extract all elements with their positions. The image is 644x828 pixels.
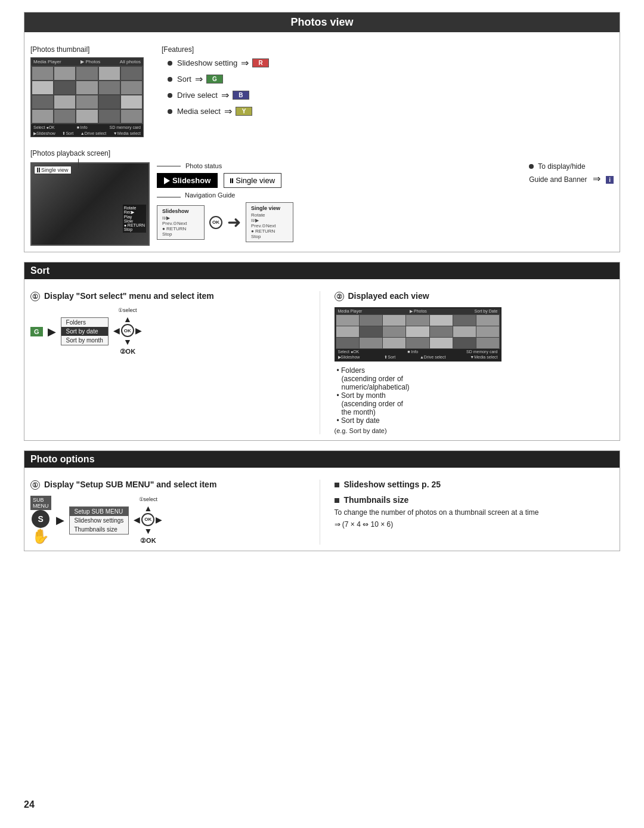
dpad-container: ①select ▲ ◀ OK ▶ ▼ ②OK	[134, 496, 162, 545]
sort-section: Sort ① Display "Sort select" menu and se…	[24, 262, 620, 441]
thumb-cell	[54, 81, 75, 94]
sort-menu-date: Sort by date	[61, 327, 108, 336]
bullet-icon	[168, 77, 172, 82]
thumb-grid	[31, 66, 143, 124]
feature-drive-text: Drive select	[177, 91, 218, 100]
sort-example-label: (e.g. Sort by date)	[335, 427, 614, 434]
circled-2: ②	[335, 292, 344, 301]
bullet-icon	[529, 164, 534, 169]
ok-label: ②OK	[140, 537, 156, 545]
circled-1: ①	[30, 292, 40, 301]
thumb-cell	[99, 67, 120, 80]
slideshow-settings-ref: p. 25	[422, 480, 441, 489]
thumb-cell	[54, 95, 75, 109]
single-view-badge: Single view	[34, 166, 72, 174]
playback-section: [Photos playback screen] Single view Rot…	[24, 143, 620, 252]
arrow-icon: ⇒	[195, 73, 203, 85]
thumb-cell	[54, 110, 75, 123]
playback-screen: Single view Rotate Rec▶ Play Slow ● RETU…	[30, 162, 150, 246]
play-icon	[164, 177, 170, 184]
photo-options-content: ① Display "Setup SUB MENU" and select it…	[24, 474, 620, 551]
sort-menu-folders: Folders	[61, 318, 108, 327]
slideshow-settings-title: Slideshow settings p. 25	[335, 480, 614, 489]
thumb-cell	[76, 95, 97, 109]
thumb-header: Media Player ▶ Photos All photos	[31, 58, 143, 66]
setup-menu: Setup SUB MENU Slideshow settings Thumbn…	[69, 506, 129, 535]
right-arrow: ▶	[135, 326, 142, 335]
ok-circle: OK	[141, 513, 154, 526]
thumb-cell	[121, 95, 142, 109]
thumb-cell	[76, 67, 97, 80]
right-arrow-icon: ➜	[227, 212, 241, 232]
sort-step1-title: ① Display "Sort select" menu and select …	[30, 291, 310, 301]
options-step1-title: ① Display "Setup SUB MENU" and select it…	[30, 480, 310, 490]
each-view-container: Media Player ▶ Photos Sort by Date	[335, 307, 614, 362]
thumb-cell	[99, 110, 120, 123]
select-label: ①select	[118, 307, 137, 313]
thumb-cell	[121, 67, 142, 80]
slideshow-button[interactable]: Slideshow	[157, 173, 218, 188]
photos-view-content: [Photos thumbnail] Media Player ▶ Photos…	[24, 39, 620, 143]
note-sort-month: • Sort by month	[337, 391, 614, 400]
thumb-cell	[121, 81, 142, 94]
features-label: [Features]	[162, 45, 614, 54]
nav-slideshow-title: Slideshow	[162, 208, 199, 214]
single-view-button[interactable]: Single view	[224, 173, 281, 188]
each-view-footer: Select ●OK ■ Info SD memory card	[336, 349, 500, 354]
photos-thumbnail-col: [Photos thumbnail] Media Player ▶ Photos…	[30, 45, 150, 137]
ok-circle: OK	[121, 324, 134, 337]
thumb-cell	[121, 110, 142, 123]
feature-slideshow-setting: Slideshow setting ⇒ R	[168, 57, 614, 69]
thumbnails-size-arrow: ⇒ (7 × 4 ⇔ 10 × 6)	[335, 520, 614, 529]
ok-label: ②OK	[120, 348, 136, 356]
options-step1: ① Display "Setup SUB MENU" and select it…	[30, 480, 320, 545]
thumb-footer2: ▶Slideshow ⬆Sort ▲Drive select ▼Media se…	[31, 131, 143, 137]
up-arrow: ▲	[144, 503, 152, 513]
note-sort-date: • Sort by date	[337, 416, 614, 425]
bullet-icon	[168, 93, 172, 98]
setup-diagram: SUBMENU S ✋ ▶ Setup SUB MENU Slideshow s…	[30, 496, 310, 545]
sub-menu-group: SUBMENU S ✋	[30, 496, 51, 545]
each-view-header: Media Player ▶ Photos Sort by Date	[336, 308, 500, 314]
sort-content: ① Display "Sort select" menu and select …	[24, 285, 620, 440]
s-circle: S	[32, 510, 49, 528]
single-view-btn-label: Single view	[236, 176, 275, 185]
arrow-icon: ⇒	[221, 89, 229, 101]
features-col: [Features] Slideshow setting ⇒ R Sort ⇒ …	[162, 45, 614, 137]
g-key-badge: G	[30, 327, 43, 336]
sub-menu-badge: SUBMENU	[30, 496, 51, 510]
feature-slideshow-text: Slideshow setting	[177, 58, 237, 67]
thumb-cell	[54, 67, 75, 80]
setup-menu-item-setup: Setup SUB MENU	[70, 507, 129, 516]
playback-info: Rotate Rec▶ Play Slow ● RETURN Stop	[123, 205, 146, 233]
slideshow-btn-label: Slideshow	[172, 176, 210, 185]
pause-icon	[230, 178, 233, 183]
each-view-wrapper: Media Player ▶ Photos Sort by Date	[335, 307, 501, 362]
dpad: ▲ ◀ OK ▶ ▼	[113, 314, 142, 347]
sort-notes: • Folders (ascending order of numeric/al…	[335, 366, 614, 425]
guide-banner-text: Guide and Banner ⇒ i	[529, 173, 614, 184]
thumb-cell	[99, 95, 120, 109]
status-guide-area: Photo status Slideshow Single view	[157, 162, 510, 242]
thumb-cell	[32, 95, 53, 109]
key-g-badge: G	[206, 75, 223, 84]
down-arrow: ▼	[144, 526, 152, 536]
sort-diagram: G ▶ Folders Sort by date Sort by month ①…	[30, 307, 310, 356]
each-view-grid	[336, 314, 500, 349]
bullet-icon	[168, 61, 172, 66]
options-right: Slideshow settings p. 25 Thumbnails size…	[330, 480, 614, 545]
thumbnails-size-desc: To change the number of photos on a thum…	[335, 508, 614, 517]
feature-drive-select: Drive select ⇒ B	[168, 89, 614, 101]
nav-single-view-box: Single view Rotate II/▶ Prev.⊙Next ● RET…	[246, 202, 293, 242]
arrow-icon: ⇒	[241, 57, 249, 69]
thumbnail-label: [Photos thumbnail]	[30, 45, 150, 54]
sort-menu-month: Sort by month	[61, 336, 108, 345]
thumbnails-size-title: Thumbnails size	[335, 495, 614, 505]
photo-options-section: Photo options ① Display "Setup SUB MENU"…	[24, 450, 620, 551]
sort-menu: Folders Sort by date Sort by month	[61, 317, 109, 345]
photo-status-line	[78, 159, 79, 168]
circled-1: ①	[30, 480, 40, 490]
note-month-detail2: the month)	[337, 408, 614, 416]
info-badge: i	[606, 176, 614, 184]
up-arrow: ▲	[123, 314, 132, 324]
